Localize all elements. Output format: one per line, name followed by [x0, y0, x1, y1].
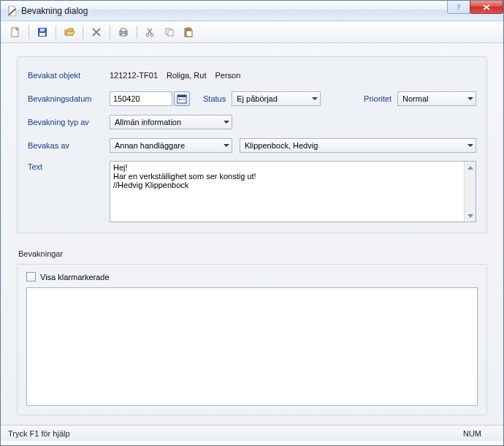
copy-icon[interactable] [162, 25, 177, 39]
toolbar-separator [28, 26, 29, 39]
svg-rect-3 [39, 33, 45, 36]
content-area: Bevakat objekt 121212-TF01 Roliga, Rut P… [1, 43, 503, 425]
scrollbar[interactable] [464, 162, 476, 222]
textarea-wrap [110, 161, 476, 222]
label-prioritet: Prioritet [364, 94, 392, 103]
chevron-down-icon [224, 121, 229, 124]
combo-prioritet-value: Normal [402, 94, 428, 103]
combo-bevakning-typ-value: Allmän information [115, 118, 181, 126]
listbox-bevakningar[interactable] [26, 287, 478, 406]
label-bevakning-typ: Bevakning typ av [28, 118, 110, 126]
combo-bevakas-av-role-value: Annan handläggare [115, 141, 185, 150]
toolbar [1, 21, 503, 43]
combo-bevakas-av-person[interactable]: Klippenbock, Hedvig [240, 138, 476, 153]
calendar-button[interactable] [174, 91, 190, 106]
title-bar: Bevakning dialog ? [1, 1, 503, 21]
svg-rect-6 [121, 29, 126, 31]
value-bevakat-objekt-id: 121212-TF01 [110, 71, 158, 80]
window-buttons: ? [448, 1, 503, 14]
svg-rect-17 [177, 95, 186, 97]
row-bevakas-av: Bevakas av Annan handläggare Klippenbock… [28, 137, 476, 154]
row-bevakat-objekt: Bevakat objekt 121212-TF01 Roliga, Rut P… [28, 67, 476, 83]
combo-bevakning-typ[interactable]: Allmän information [110, 115, 232, 129]
svg-point-8 [125, 31, 126, 33]
toolbar-separator [83, 26, 83, 39]
status-num: NUM [463, 429, 481, 438]
combo-prioritet[interactable]: Normal [397, 91, 476, 106]
svg-rect-15 [186, 31, 192, 37]
input-bevakningsdatum[interactable] [110, 91, 172, 106]
row-bevakning-typ: Bevakning typ av Allmän information [28, 114, 476, 130]
window-title: Bevakning dialog [21, 6, 88, 16]
combo-status[interactable]: Ej påbörjad [232, 91, 321, 106]
label-status: Status [203, 94, 226, 103]
chevron-down-icon [467, 97, 473, 100]
svg-rect-19 [181, 99, 183, 100]
combo-bevakas-av-role[interactable]: Annan handläggare [110, 138, 232, 153]
label-bevakas-av: Bevakas av [28, 141, 110, 150]
help-button[interactable]: ? [447, 1, 470, 14]
chevron-down-icon [467, 144, 473, 147]
checkbox-label: Visa klarmarkerade [40, 273, 110, 281]
toolbar-separator [137, 26, 137, 39]
label-bevakat-objekt: Bevakat objekt [28, 71, 110, 80]
chevron-down-icon [224, 144, 229, 147]
combo-bevakas-av-person-value: Klippenbock, Hedvig [245, 141, 318, 150]
scroll-up-button[interactable] [465, 162, 476, 173]
new-icon[interactable] [8, 25, 23, 39]
paste-icon[interactable] [181, 25, 196, 39]
scroll-down-button[interactable] [465, 210, 476, 222]
svg-rect-12 [168, 30, 173, 36]
svg-rect-4 [40, 29, 45, 31]
chevron-down-icon [312, 97, 318, 100]
textarea-text[interactable] [110, 162, 464, 222]
open-icon[interactable] [62, 25, 77, 39]
close-button[interactable] [470, 1, 503, 14]
lower-panel: Visa klarmarkerade [17, 264, 487, 415]
svg-rect-18 [179, 99, 180, 100]
save-icon[interactable] [35, 25, 50, 39]
value-bevakat-objekt-name: Roliga, Rut [167, 71, 206, 80]
app-icon [7, 6, 17, 16]
svg-rect-7 [121, 34, 126, 36]
svg-rect-14 [187, 28, 189, 30]
row-bevakningsdatum: Bevakningsdatum Status Ej påbörjad Prior… [28, 91, 476, 107]
section-label-bevakningar: Bevakningar [18, 249, 487, 258]
print-icon[interactable] [116, 25, 131, 39]
checkbox-visa-klarmarkerade[interactable]: Visa klarmarkerade [26, 272, 478, 281]
form-panel: Bevakat objekt 121212-TF01 Roliga, Rut P… [17, 56, 487, 233]
status-bar: Tryck F1 för hjälp NUM [1, 425, 503, 441]
toolbar-separator [110, 26, 110, 39]
status-help-text: Tryck F1 för hjälp [8, 429, 70, 438]
value-bevakat-objekt-type: Person [215, 71, 240, 80]
cut-icon[interactable] [143, 25, 158, 39]
combo-status-value: Ej påbörjad [237, 94, 278, 103]
svg-rect-20 [183, 99, 185, 100]
row-text: Text [28, 161, 476, 222]
label-bevakningsdatum: Bevakningsdatum [28, 94, 110, 103]
delete-icon[interactable] [89, 25, 104, 39]
checkbox-box[interactable] [26, 272, 36, 281]
label-text: Text [28, 161, 110, 171]
svg-text:?: ? [457, 4, 461, 11]
toolbar-separator [56, 26, 56, 39]
